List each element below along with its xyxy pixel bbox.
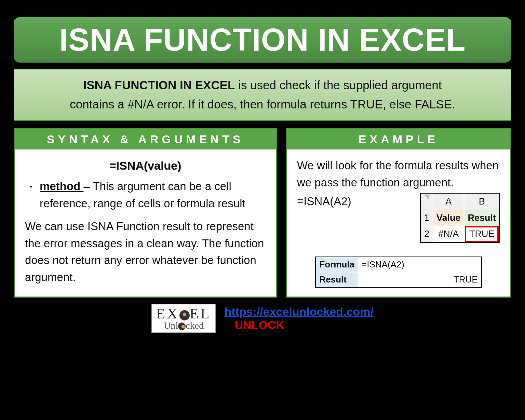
example-header: EXAMPLE [287,129,510,149]
argument-name: method [40,180,83,193]
footer-link[interactable]: https://excelunlocked.com/ [224,305,373,318]
footer-text: https://excelunlocked.com/ UNLOCK [224,305,373,332]
description-box: ISNA FUNCTION IN EXCEL is used check if … [14,69,511,121]
bullet-icon: ▪ [30,181,32,212]
logo: EXEL Unlcked [151,304,216,333]
ft-value-formula: =ISNA(A2) [358,257,482,272]
syntax-paragraph: We can use ISNA Function result to repre… [25,218,266,286]
description-line-1: ISNA FUNCTION IN EXCEL is used check if … [28,76,497,95]
grid-row-1: 1 [420,210,433,226]
ft-value-result: TRUE [358,272,482,287]
grid-header-result: Result [464,210,500,226]
keyhole-icon [178,323,186,330]
page-title: ISNA FUNCTION IN EXCEL [14,17,511,63]
main-columns: SYNTAX & ARGUMENTS =ISNA(value) ▪ method… [14,128,511,298]
example-top-row: =ISNA(A2) A B 1 Value Result 2 #N/A [297,193,500,243]
syntax-panel: SYNTAX & ARGUMENTS =ISNA(value) ▪ method… [14,128,277,298]
example-formula-inline: =ISNA(A2) [297,193,414,243]
grid-row-2: 2 [420,226,433,242]
logo-line-2: Unlcked [156,321,211,330]
grid-col-b: B [464,193,500,210]
title-text: ISNA FUNCTION IN EXCEL [59,22,466,57]
description-bold: ISNA FUNCTION IN EXCEL [83,78,235,92]
example-panel: EXAMPLE We will look for the formula res… [286,128,511,298]
grid-corner [420,193,433,210]
example-grid: A B 1 Value Result 2 #N/A TRUE [420,193,500,243]
example-intro: We will look for the formula results whe… [297,157,500,191]
ft-label-formula: Formula [315,257,358,272]
grid-col-a: A [433,193,464,210]
logo-line-1: EXEL [156,306,211,321]
footer: EXEL Unlcked https://excelunlocked.com/ … [14,304,511,333]
keyhole-icon [179,310,190,320]
grid-value-cell: #N/A [433,226,464,242]
formula-result-table: Formula =ISNA(A2) Result TRUE [315,257,482,288]
syntax-body: =ISNA(value) ▪ method – This argument ca… [15,149,276,294]
argument-text: method – This argument can be a cell ref… [40,178,266,212]
footer-unlock: UNLOCK [234,318,373,332]
syntax-formula: =ISNA(value) [25,157,266,174]
example-body: We will look for the formula results whe… [287,149,510,297]
description-rest1: is used check if the supplied argument [235,78,442,92]
ft-label-result: Result [315,272,358,287]
syntax-header: SYNTAX & ARGUMENTS [15,129,276,149]
grid-result-cell: TRUE [464,226,500,242]
grid-header-value: Value [433,210,464,226]
description-line-2: contains a #N/A error. If it does, then … [28,95,497,114]
argument-bullet: ▪ method – This argument can be a cell r… [25,178,266,212]
